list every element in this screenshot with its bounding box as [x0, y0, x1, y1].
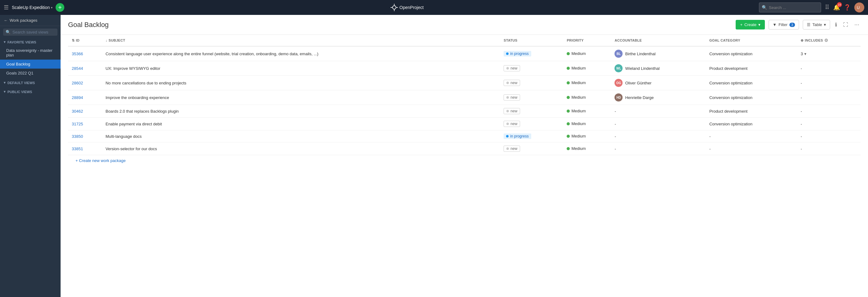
work-package-id-link[interactable]: 28602 — [72, 81, 83, 85]
th-goal-category[interactable]: GOAL CATEGORY — [706, 35, 797, 46]
table-row: 28602 No more cancellations due to endin… — [68, 76, 861, 90]
work-package-id-link[interactable]: 28544 — [72, 66, 83, 71]
cell-id: 35366 — [68, 46, 102, 61]
add-button[interactable]: + — [56, 3, 64, 12]
apps-icon[interactable]: ⠿ — [825, 4, 830, 11]
info-icon[interactable]: ℹ — [834, 21, 838, 29]
work-package-id-link[interactable]: 33850 — [72, 134, 83, 139]
cell-priority: Medium — [563, 105, 611, 118]
search-input[interactable] — [769, 5, 812, 10]
th-goal-category-label: GOAL CATEGORY — [709, 38, 740, 42]
th-accountable[interactable]: ACCOUNTABLE — [611, 35, 706, 46]
accountable-avatar: WL — [615, 64, 623, 72]
cell-id: 30462 — [68, 105, 102, 118]
filter-count-badge: 3 — [789, 23, 795, 27]
work-package-id-link[interactable]: 35366 — [72, 52, 83, 56]
cell-subject: Consistent language user experience alon… — [102, 46, 500, 61]
project-chevron-icon: ▾ — [51, 6, 53, 9]
help-icon[interactable]: ❓ — [844, 4, 850, 11]
priority-badge: Medium — [567, 80, 586, 85]
sidebar-item-goals-2022[interactable]: Goals 2022 Q1 — [0, 69, 61, 77]
status-badge: new — [504, 121, 520, 127]
column-settings-icon[interactable]: ⚙ — [824, 38, 828, 43]
sidebar-item-label: Goal Backlog — [6, 62, 30, 66]
includes-count: 3 — [801, 52, 803, 56]
top-nav-right: 🔍 ⠿ 🔔 19 ❓ U — [759, 2, 864, 12]
public-views-header[interactable]: ▾ Public Views — [0, 88, 61, 96]
cell-includes: - — [797, 142, 861, 155]
global-search-box[interactable]: 🔍 — [759, 2, 821, 12]
status-badge: new — [504, 145, 520, 152]
cell-priority: Medium — [563, 130, 611, 142]
status-dot-icon — [506, 147, 509, 150]
fullscreen-icon[interactable]: ⛶ — [842, 21, 849, 29]
cell-priority: Medium — [563, 90, 611, 105]
goal-category-text: - — [709, 146, 711, 151]
collapse-icon: ▾ — [4, 40, 6, 44]
cell-subject: No more cancellations due to ending proj… — [102, 76, 500, 90]
default-views-header[interactable]: ▾ Default Views — [0, 79, 61, 87]
table-label: Table — [812, 22, 822, 27]
filter-label: Filter — [778, 22, 787, 27]
cell-goal-category: Conversion optimization — [706, 76, 797, 90]
priority-badge: Medium — [567, 51, 586, 56]
work-package-id-link[interactable]: 30462 — [72, 109, 83, 113]
th-subject[interactable]: ↓ SUBJECT — [102, 35, 500, 46]
cell-id: 33850 — [68, 130, 102, 142]
cell-accountable: - — [611, 130, 706, 142]
cell-includes: - — [797, 105, 861, 118]
main-layout: ← Work packages 🔍 ▾ Favorite Views Data … — [0, 15, 868, 297]
table-row: 33850 Multi-language docs in progress Me… — [68, 130, 861, 142]
sidebar-search-input[interactable] — [12, 30, 55, 34]
includes-empty: - — [801, 95, 802, 100]
sidebar-back-button[interactable]: ← Work packages — [0, 15, 61, 26]
cell-status: new — [500, 118, 563, 130]
cell-goal-category: Conversion optimization — [706, 118, 797, 130]
goal-category-text: - — [709, 134, 711, 139]
work-package-id-link[interactable]: 31725 — [72, 122, 83, 126]
cell-includes: - — [797, 76, 861, 90]
accountable-avatar: HD — [615, 93, 623, 101]
th-priority[interactable]: PRIORITY — [563, 35, 611, 46]
th-id[interactable]: ⇅ ID — [68, 35, 102, 46]
priority-dot-icon — [567, 96, 570, 99]
th-status[interactable]: STATUS — [500, 35, 563, 46]
priority-badge: Medium — [567, 109, 586, 113]
hamburger-menu[interactable]: ☰ — [4, 4, 9, 11]
notifications-icon[interactable]: 🔔 19 — [833, 4, 840, 11]
notifications-badge: 19 — [837, 2, 842, 7]
goal-category-text: Product development — [709, 66, 747, 71]
create-button[interactable]: + Create ▾ — [736, 20, 765, 30]
more-options-icon[interactable]: ⋯ — [853, 21, 861, 29]
cell-goal-category: Product development — [706, 61, 797, 76]
create-new-work-package-link[interactable]: + Create new work package — [68, 155, 861, 166]
sidebar-search-box[interactable]: 🔍 — [3, 29, 58, 36]
cell-status: in progress — [500, 46, 563, 61]
th-includes[interactable]: ⊕ INCLUDES ⚙ — [797, 35, 861, 46]
filter-icon: ▼ — [773, 22, 777, 27]
filter-button[interactable]: ▼ Filter 3 — [769, 20, 799, 30]
svg-point-0 — [392, 6, 396, 9]
sidebar-back-label: Work packages — [10, 18, 37, 23]
work-package-id-link[interactable]: 33851 — [72, 146, 83, 151]
sidebar: ← Work packages 🔍 ▾ Favorite Views Data … — [0, 15, 61, 297]
back-arrow-icon: ← — [4, 18, 8, 23]
accountable-name: Wieland Lindenthal — [625, 66, 659, 71]
subject-sort-icon: ↓ — [105, 38, 107, 42]
priority-dot-icon — [567, 52, 570, 55]
accountable-cell: HD Henriette Darge — [615, 93, 702, 101]
priority-dot-icon — [567, 135, 570, 138]
sidebar-item-label: Data sovereignty - master plan — [6, 48, 57, 58]
user-avatar[interactable]: U — [854, 2, 864, 12]
table-view-button[interactable]: ☰ Table ▾ — [803, 20, 830, 30]
favorite-views-header[interactable]: ▾ Favorite Views — [0, 38, 61, 46]
cell-status: new — [500, 142, 563, 155]
work-package-id-link[interactable]: 28894 — [72, 95, 83, 100]
sidebar-item-data-sovereignty[interactable]: Data sovereignty - master plan — [0, 46, 61, 60]
includes-expand-icon[interactable]: ▾ — [804, 52, 806, 56]
sidebar-item-goal-backlog[interactable]: Goal Backlog — [0, 60, 61, 69]
collapse-icon: ▾ — [4, 90, 6, 94]
cell-priority: Medium — [563, 76, 611, 90]
project-selector[interactable]: ScaleUp Expedition ▾ — [12, 5, 53, 10]
status-dot-icon — [506, 96, 509, 99]
